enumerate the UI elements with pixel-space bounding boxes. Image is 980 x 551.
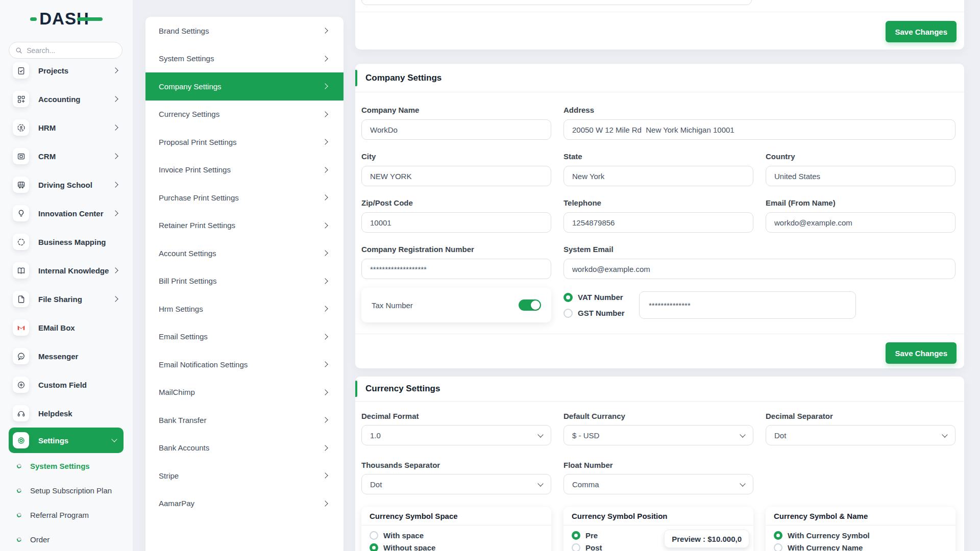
settings-nav-item-email-notification-settings[interactable]: Email Notification Settings: [145, 350, 344, 379]
country-input[interactable]: [766, 166, 955, 186]
radio-selected-icon: [572, 531, 580, 540]
sidebar-item-hrm[interactable]: HRM: [0, 113, 133, 142]
radio-unselected-icon: [370, 531, 378, 540]
sidebar-item-driving-school[interactable]: Driving School: [0, 170, 133, 199]
settings-nav-item-retainer-print-settings[interactable]: Retainer Print Settings: [145, 212, 344, 240]
decimal-format-select[interactable]: 1.0: [361, 425, 551, 445]
zip-input[interactable]: [361, 212, 551, 233]
company-name-input[interactable]: [361, 119, 551, 140]
chevron-right-icon: [322, 84, 328, 89]
sidebar-item-messenger[interactable]: Messenger: [0, 342, 133, 370]
settings-nav-item-email-settings[interactable]: Email Settings: [145, 323, 344, 351]
save-button[interactable]: Save Changes: [886, 21, 957, 42]
with-currency-name-radio-option[interactable]: With Currency Name: [774, 543, 947, 551]
settings-nav-item-stripe[interactable]: Stripe: [145, 462, 344, 490]
sidebar-item-file-sharing[interactable]: File Sharing: [0, 285, 133, 313]
settings-nav-item-currency-settings[interactable]: Currency Settings: [145, 101, 344, 129]
sidebar-item-label: Projects: [38, 66, 113, 75]
sidebar-item-email-box[interactable]: EMail Box: [0, 313, 133, 342]
with-currency-symbol-radio-option[interactable]: With Currency Symbol: [774, 531, 947, 540]
radio-label: With Currency Symbol: [788, 531, 870, 540]
with-space-radio-option[interactable]: With space: [370, 531, 543, 540]
sidebar-item-label: CRM: [38, 152, 113, 161]
settings-nav-label: Email Notification Settings: [159, 360, 323, 369]
chevron-right-icon: [322, 222, 328, 228]
tax-number-label: Tax Number: [372, 301, 413, 310]
radio-unselected-icon: [572, 543, 580, 551]
email-from-name-input[interactable]: [766, 212, 955, 233]
app-logo[interactable]: DASH: [0, 0, 133, 38]
submenu-item-label: System Settings: [30, 462, 90, 470]
sidebar-item-settings[interactable]: Settings: [9, 428, 124, 453]
sidebar-item-label: EMail Box: [38, 323, 117, 332]
field-label: Thousands Separator: [361, 461, 551, 471]
state-input[interactable]: [564, 166, 753, 186]
sidebar-item-custom-field[interactable]: Custom Field: [0, 370, 133, 399]
settings-nav-label: Hrm Settings: [159, 305, 323, 313]
settings-nav-item-proposal-print-settings[interactable]: Proposal Print Settings: [145, 128, 344, 156]
submenu-item-setup-subscription-plan[interactable]: Setup Subscription Plan: [0, 478, 133, 503]
chevron-right-icon: [322, 500, 328, 506]
tax-number-toggle[interactable]: [519, 299, 541, 311]
settings-nav-item-aamarpay[interactable]: AamarPay: [145, 490, 344, 518]
settings-nav-label: Bank Accounts: [159, 443, 323, 452]
submenu-item-order[interactable]: Order: [0, 527, 133, 551]
settings-nav-item-company-settings[interactable]: Company Settings: [145, 72, 344, 101]
settings-nav-item-bank-accounts[interactable]: Bank Accounts: [145, 434, 344, 462]
currency-symbol-position-group: Currency Symbol Position Pre Post Previe…: [564, 507, 753, 551]
sidebar-item-business-mapping[interactable]: Business Mapping: [0, 228, 133, 256]
address-input[interactable]: [564, 119, 955, 140]
chevron-down-icon: [111, 436, 117, 442]
without-space-radio-option[interactable]: Without space: [370, 543, 543, 551]
system-email-input[interactable]: [564, 259, 955, 279]
sidebar-item-label: Custom Field: [38, 381, 117, 389]
thousands-separator-select[interactable]: Dot: [361, 474, 551, 494]
settings-nav-item-account-settings[interactable]: Account Settings: [145, 239, 344, 267]
chevron-down-icon: [537, 432, 543, 437]
field-label: Company Name: [361, 106, 551, 116]
settings-nav-item-bank-transfer[interactable]: Bank Transfer: [145, 406, 344, 434]
telephone-input[interactable]: [564, 212, 753, 233]
currency-preview-badge: Preview : $10.000,0: [664, 530, 749, 548]
submenu-item-referral-program[interactable]: Referral Program: [0, 503, 133, 527]
city-input[interactable]: [361, 166, 551, 186]
settings-nav-item-bill-print-settings[interactable]: Bill Print Settings: [145, 267, 344, 295]
sidebar-item-projects[interactable]: Projects: [0, 56, 133, 85]
vat-number-input[interactable]: [639, 291, 856, 319]
sidebar-item-helpdesk[interactable]: Helpdesk: [0, 399, 133, 428]
settings-nav-label: Retainer Print Settings: [159, 221, 323, 230]
toggle-knob: [531, 300, 540, 310]
float-number-select[interactable]: Comma: [564, 474, 753, 494]
default-currency-select[interactable]: $ - USD: [564, 425, 753, 445]
gear-icon: [13, 432, 29, 448]
settings-nav-label: Company Settings: [159, 82, 323, 91]
field-label: Zip/Post Code: [361, 198, 551, 209]
gst-number-radio-option[interactable]: GST Number: [564, 309, 639, 318]
sidebar-item-innovation-center[interactable]: Innovation Center: [0, 199, 133, 228]
sidebar-item-crm[interactable]: CRM: [0, 142, 133, 170]
settings-nav-label: Invoice Print Settings: [159, 165, 323, 174]
settings-nav-item-invoice-print-settings[interactable]: Invoice Print Settings: [145, 156, 344, 184]
search-input[interactable]: [27, 46, 116, 55]
save-button[interactable]: Save Changes: [886, 342, 957, 364]
submenu-item-system-settings[interactable]: System Settings: [0, 454, 133, 478]
registration-number-input[interactable]: [361, 259, 551, 279]
settings-nav-item-purchase-print-settings[interactable]: Purchase Print Settings: [145, 184, 344, 212]
top-card-input[interactable]: [361, 0, 752, 5]
settings-nav-label: Proposal Print Settings: [159, 138, 323, 146]
settings-nav-item-hrm-settings[interactable]: Hrm Settings: [145, 295, 344, 323]
sidebar-item-accounting[interactable]: Accounting: [0, 85, 133, 113]
vat-number-radio-option[interactable]: VAT Number: [564, 293, 639, 302]
logo-dash-accent: [30, 17, 37, 21]
field-label: Decimal Separator: [766, 412, 955, 422]
field-label: Company Registration Number: [361, 245, 551, 255]
decimal-separator-select[interactable]: Dot: [766, 425, 955, 445]
header-accent-bar: [355, 70, 357, 86]
settings-nav-item-brand-settings[interactable]: Brand Settings: [145, 17, 344, 45]
settings-nav-item-mailchimp[interactable]: MailChimp: [145, 379, 344, 407]
sidebar-nav: Projects Accounting HRM CRM Driving Scho…: [0, 56, 133, 453]
sidebar-item-internal-knowledge[interactable]: Internal Knowledge: [0, 256, 133, 285]
field-address: Address: [564, 106, 955, 140]
settings-nav-label: Currency Settings: [159, 110, 323, 118]
settings-nav-item-system-settings[interactable]: System Settings: [145, 45, 344, 73]
